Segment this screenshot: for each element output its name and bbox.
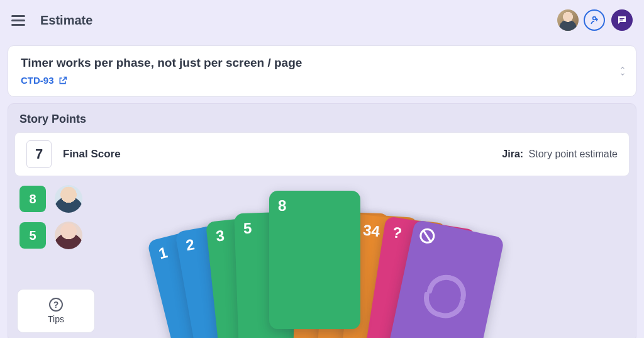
- open-external-icon: [58, 76, 68, 86]
- chat-button[interactable]: [611, 9, 633, 31]
- invite-button[interactable]: [584, 9, 605, 31]
- tips-button[interactable]: ? Tips: [17, 289, 95, 333]
- tips-label: Tips: [48, 314, 64, 324]
- topbar: Estimate: [0, 0, 644, 40]
- jira-field-name: Story point estimate: [529, 149, 618, 159]
- chevron-up-icon: [618, 65, 627, 71]
- participant-avatar[interactable]: [55, 185, 82, 213]
- section-title: Story Points: [8, 113, 636, 132]
- issue-title: Timer works per phase, not just per scre…: [21, 56, 623, 70]
- story-points-section: Story Points 7 Final Score Jira: Story p…: [8, 103, 636, 338]
- add-person-icon: [589, 14, 600, 26]
- vote-value-chip: 8: [19, 186, 46, 212]
- poker-card-8[interactable]: 8: [269, 191, 360, 329]
- chevron-down-icon: [618, 71, 627, 77]
- issue-card: Timer works per phase, not just per scre…: [8, 45, 636, 97]
- card-deck: 1 2 3 5 8 13 21 34 ?: [162, 203, 514, 338]
- jira-field-indicator: Jira: Story point estimate: [502, 149, 618, 160]
- menu-button[interactable]: [11, 9, 33, 31]
- final-score-row: 7 Final Score Jira: Story point estimate: [14, 132, 630, 176]
- issue-key-text: CTD-93: [21, 75, 54, 86]
- page-title: Estimate: [40, 13, 92, 28]
- current-user-avatar[interactable]: [557, 9, 579, 31]
- issue-key-link[interactable]: CTD-93: [21, 75, 68, 86]
- chat-icon: [616, 14, 628, 26]
- issue-expand-handle[interactable]: [618, 65, 627, 77]
- participant-avatar[interactable]: [55, 222, 82, 249]
- vote-value-chip: 5: [19, 222, 46, 249]
- svg-rect-1: [619, 18, 625, 19]
- help-icon: ?: [49, 298, 63, 312]
- final-score-box[interactable]: 7: [26, 140, 52, 168]
- jira-label: Jira:: [502, 149, 523, 159]
- final-score-label: Final Score: [63, 148, 121, 161]
- svg-rect-2: [619, 20, 623, 20]
